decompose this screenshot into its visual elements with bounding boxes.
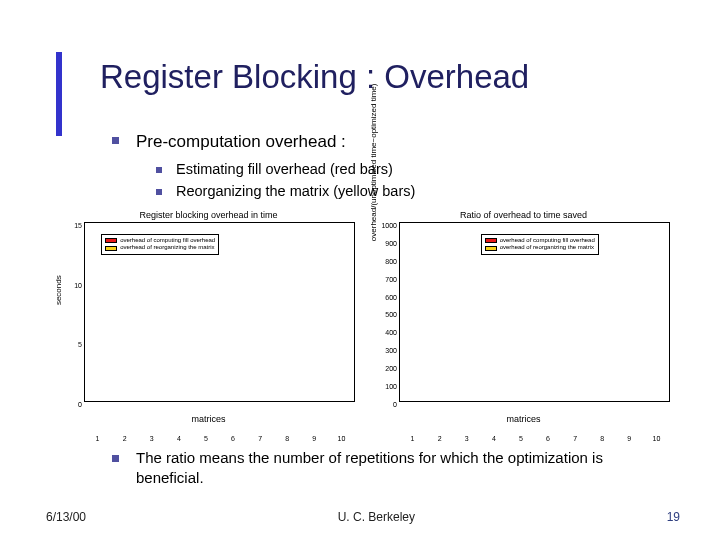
chart-left: Register blocking overhead in time051015… [56, 210, 361, 430]
footer-page: 19 [667, 510, 680, 524]
plot-area: overhead of computing fill overheadoverh… [84, 222, 355, 402]
bullet-icon [112, 455, 119, 462]
x-label: matrices [371, 414, 676, 424]
closing-text: The ratio means the number of repetition… [136, 449, 603, 486]
x-ticks: 12345678910 [399, 435, 670, 442]
y-label: overhead/(unoptimized time−optimized tim… [369, 84, 378, 242]
bullet-icon [112, 137, 119, 144]
plot-area: overhead of computing fill overheadoverh… [399, 222, 670, 402]
bullet-main-text: Pre-computation overhead : [136, 132, 346, 151]
footer: 6/13/00 U. C. Berkeley 19 [46, 510, 680, 524]
bullet-sub2-text: Reorganizing the matrix (yellow bars) [176, 183, 415, 199]
bullet-icon [156, 167, 162, 173]
chart-title: Ratio of overhead to time saved [371, 210, 676, 220]
footer-date: 6/13/00 [46, 510, 86, 524]
closing-bullet: The ratio means the number of repetition… [112, 448, 660, 489]
slide-title: Register Blocking : Overhead [100, 58, 529, 96]
charts-row: Register blocking overhead in time051015… [56, 210, 676, 430]
footer-org: U. C. Berkeley [338, 510, 415, 524]
y-ticks: 051015 [64, 222, 82, 408]
x-label: matrices [56, 414, 361, 424]
bars [404, 223, 665, 401]
bars [89, 223, 350, 401]
chart-right: Ratio of overhead to time saved010020030… [371, 210, 676, 430]
y-label: seconds [54, 275, 63, 305]
bullet-icon [156, 189, 162, 195]
bullet-sub1-text: Estimating fill overhead (red bars) [176, 161, 393, 177]
accent-bar [56, 52, 62, 136]
chart-title: Register blocking overhead in time [56, 210, 361, 220]
y-ticks: 01002003004005006007008009001000 [379, 222, 397, 408]
x-ticks: 12345678910 [84, 435, 355, 442]
